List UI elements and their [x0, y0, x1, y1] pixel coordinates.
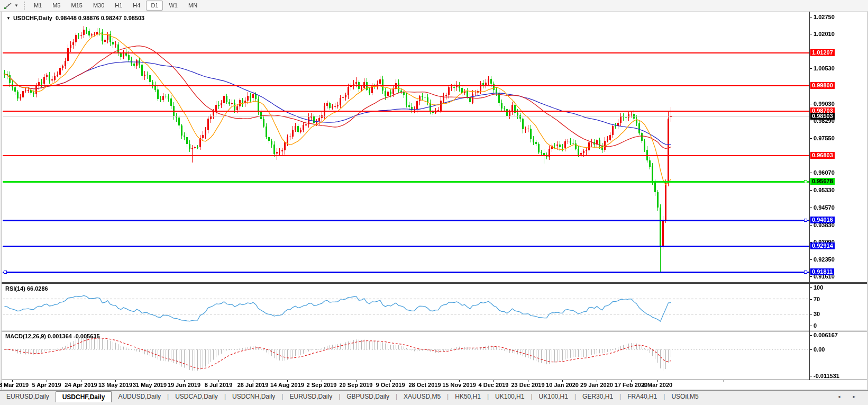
- tab-usdchf-daily[interactable]: USDCHF,Daily: [56, 391, 112, 402]
- timeframe-button-h1[interactable]: H1: [110, 1, 127, 11]
- tab-scroll-right-icon[interactable]: ▸: [853, 394, 861, 399]
- tab-uk100-h1[interactable]: UK100,H1: [489, 391, 531, 401]
- tab-usdcad-daily[interactable]: USDCAD,Daily: [169, 391, 224, 401]
- dropdown-caret-icon: ▼: [14, 3, 19, 8]
- chart-tab-bar: EURUSD,DailyUSDCHF,DailyAUDUSD,Daily|USD…: [0, 390, 868, 405]
- tab-uk100-h1[interactable]: UK100,H1: [533, 391, 574, 401]
- tab-usdcnh-daily[interactable]: USDCNH,Daily: [226, 391, 281, 401]
- toolbar-grip: [24, 2, 25, 10]
- chart-canvas[interactable]: [0, 0, 868, 405]
- tab-hk50-h1[interactable]: HK50,H1: [449, 391, 487, 401]
- top-toolbar: ▼ M1M5M15M30H1H4D1W1MN: [0, 0, 868, 12]
- draw-tools-button[interactable]: ▼: [2, 2, 21, 10]
- tab-eurusd-daily[interactable]: EURUSD,Daily: [0, 391, 56, 401]
- tab-gbpusd-daily[interactable]: GBPUSD,Daily: [340, 391, 396, 401]
- trendline-icon: [4, 2, 13, 10]
- timeframe-button-mn[interactable]: MN: [184, 1, 202, 11]
- tab-audusd-daily[interactable]: AUDUSD,Daily: [112, 391, 167, 401]
- tab-ger30-h1[interactable]: GER30,H1: [576, 391, 619, 401]
- mt4-terminal: { "toolbar": { "draw_tool_icon": "trendl…: [0, 0, 868, 405]
- tab-scroll-left-icon[interactable]: ◂: [838, 394, 846, 399]
- timeframe-buttons: M1M5M15M30H1H4D1W1MN: [29, 1, 203, 11]
- tab-fra40-h1[interactable]: FRA40,H1: [621, 391, 663, 401]
- timeframe-button-m30[interactable]: M30: [88, 1, 109, 11]
- timeframe-button-w1[interactable]: W1: [164, 1, 182, 11]
- timeframe-button-m1[interactable]: M1: [29, 1, 47, 11]
- timeframe-button-m5[interactable]: M5: [48, 1, 65, 11]
- tab-xauusd-m5[interactable]: XAUUSD,M5: [397, 391, 447, 401]
- tab-eurusd-daily[interactable]: EURUSD,Daily: [283, 391, 339, 401]
- tab-usoil-m5[interactable]: USOil,M5: [665, 391, 705, 401]
- timeframe-button-h4[interactable]: H4: [128, 1, 145, 11]
- timeframe-button-m15[interactable]: M15: [66, 1, 87, 11]
- timeframe-button-d1[interactable]: D1: [146, 1, 163, 11]
